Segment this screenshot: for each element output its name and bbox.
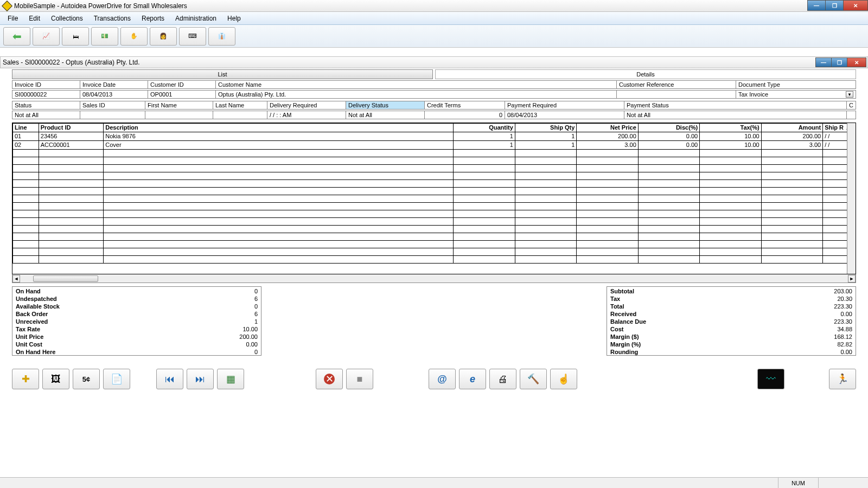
- staff-button[interactable]: 👔: [208, 27, 235, 46]
- page-icon: 📄: [111, 373, 123, 385]
- col-product-id[interactable]: Product ID: [39, 124, 103, 132]
- table-row-empty[interactable]: [13, 248, 856, 256]
- field-document-type[interactable]: Tax Invoice ▼: [736, 91, 856, 99]
- col-line[interactable]: Line: [13, 124, 39, 132]
- table-row-empty[interactable]: [13, 218, 856, 226]
- child-minimize-button[interactable]: —: [815, 57, 832, 67]
- print-button[interactable]: 🖨: [489, 369, 516, 389]
- next-record-button[interactable]: ⏭: [187, 369, 214, 389]
- col-net-price[interactable]: Net Price: [577, 124, 638, 132]
- col-disc[interactable]: Disc(%): [638, 124, 699, 132]
- menubar: File Edit Collections Transactions Repor…: [0, 12, 868, 25]
- field-customer-name[interactable]: Optus (Australia) Pty. Ltd.: [216, 91, 617, 99]
- table-row-empty[interactable]: [13, 165, 856, 172]
- table-row-empty[interactable]: [13, 233, 856, 241]
- table-row[interactable]: 02ACC00001Cover 113.00 0.0010.003.00/ /: [13, 141, 856, 150]
- tab-details[interactable]: Details: [435, 69, 856, 79]
- child-close-button[interactable]: ✕: [847, 57, 866, 67]
- hand-tool-button[interactable]: ☝: [550, 369, 577, 389]
- printer-icon: 🖨: [498, 374, 508, 385]
- menu-transactions[interactable]: Transactions: [88, 12, 136, 24]
- col-ship-qty[interactable]: Ship Qty: [515, 124, 576, 132]
- field-delivery-required[interactable]: / / : : AM: [267, 111, 346, 119]
- table-row-empty[interactable]: [13, 210, 856, 218]
- col-quantity[interactable]: Quantity: [454, 124, 515, 132]
- line-items-table: Line Product ID Description Quantity Shi…: [12, 123, 856, 264]
- table-row-empty[interactable]: [13, 180, 856, 188]
- field-delivery-status[interactable]: Not at All: [346, 111, 425, 119]
- minimize-button[interactable]: —: [807, 0, 826, 11]
- summary-line: Available Stock0: [16, 303, 258, 311]
- col-tax[interactable]: Tax(%): [700, 124, 761, 132]
- email-button[interactable]: @: [429, 369, 456, 389]
- label-sales-id: Sales ID: [80, 101, 145, 110]
- hand-button[interactable]: ✋: [120, 27, 148, 46]
- table-row-empty[interactable]: [13, 157, 856, 165]
- field-payment-required[interactable]: 08/04/2013: [505, 111, 624, 119]
- field-first-name[interactable]: [145, 111, 213, 119]
- image-button[interactable]: 🖼: [42, 369, 69, 389]
- scroll-right-icon[interactable]: ►: [848, 275, 856, 282]
- table-row-empty[interactable]: [13, 256, 856, 264]
- cancel-button[interactable]: ✕: [316, 369, 343, 389]
- table-row-empty[interactable]: [13, 172, 856, 180]
- menu-help[interactable]: Help: [222, 12, 246, 24]
- add-record-button[interactable]: ▦: [217, 369, 244, 389]
- field-sales-id[interactable]: [80, 111, 145, 119]
- menu-edit[interactable]: Edit: [23, 12, 46, 24]
- view-tabs: List Details: [12, 69, 856, 79]
- summary-line: Undespatched6: [16, 296, 258, 303]
- table-row[interactable]: 0123456Nokia 9876 11200.00 0.0010.00200.…: [13, 132, 856, 141]
- field-c[interactable]: [847, 111, 856, 119]
- stop-icon: ■: [357, 374, 363, 385]
- back-button[interactable]: ⬅: [3, 27, 30, 46]
- field-status[interactable]: Not at All: [12, 111, 80, 119]
- menu-administration[interactable]: Administration: [170, 12, 222, 24]
- col-description[interactable]: Description: [104, 124, 454, 132]
- field-credit-terms[interactable]: 0: [425, 111, 505, 119]
- menu-collections[interactable]: Collections: [46, 12, 88, 24]
- field-payment-status[interactable]: Not at All: [624, 111, 847, 119]
- grid-vertical-scrollbar[interactable]: [847, 123, 856, 274]
- tab-list[interactable]: List: [12, 69, 433, 79]
- terminal-button[interactable]: 〰: [757, 369, 784, 389]
- person-button[interactable]: 👩: [150, 27, 177, 46]
- field-customer-id[interactable]: OP0001: [148, 91, 216, 99]
- close-button[interactable]: ✕: [843, 0, 868, 11]
- table-row-empty[interactable]: [13, 226, 856, 233]
- tools-button[interactable]: 🔨: [520, 369, 547, 389]
- table-row-empty[interactable]: [13, 241, 856, 248]
- document-button[interactable]: 📄: [103, 369, 130, 389]
- field-customer-reference[interactable]: [617, 91, 736, 99]
- child-restore-button[interactable]: ❐: [831, 57, 847, 67]
- summary-line: Unit Price200.00: [16, 333, 258, 341]
- menu-file[interactable]: File: [2, 12, 23, 24]
- maximize-button[interactable]: ❐: [825, 0, 844, 11]
- table-row-empty[interactable]: [13, 203, 856, 210]
- col-amount[interactable]: Amount: [761, 124, 822, 132]
- first-record-button[interactable]: ⏮: [156, 369, 183, 389]
- field-invoice-date[interactable]: 08/04/2013: [80, 91, 148, 99]
- price-button[interactable]: 5¢: [73, 369, 100, 389]
- summary-line: Rounding0.00: [610, 349, 852, 356]
- field-last-name[interactable]: [213, 111, 267, 119]
- grid-horizontal-scrollbar[interactable]: ◄ ►: [12, 274, 856, 283]
- scroll-left-icon[interactable]: ◄: [12, 275, 20, 282]
- stop-button[interactable]: ■: [346, 369, 373, 389]
- field-invoice-id[interactable]: SI00000022: [12, 91, 80, 99]
- table-row-empty[interactable]: [13, 195, 856, 203]
- menu-reports[interactable]: Reports: [136, 12, 170, 24]
- scroll-thumb[interactable]: [33, 275, 98, 282]
- browser-button[interactable]: e: [459, 369, 486, 389]
- money-button[interactable]: 💵: [91, 27, 118, 46]
- exit-button[interactable]: 🏃: [829, 369, 856, 389]
- line-items-grid[interactable]: Line Product ID Description Quantity Shi…: [12, 123, 856, 274]
- document-type-dropdown-icon[interactable]: ▼: [846, 91, 853, 98]
- add-button[interactable]: ✚: [12, 369, 39, 389]
- table-row-empty[interactable]: [13, 188, 856, 195]
- keyboard-button[interactable]: ⌨: [179, 27, 206, 46]
- table-row-empty[interactable]: [13, 150, 856, 157]
- chart-icon: 📈: [42, 33, 50, 40]
- chart-button[interactable]: 📈: [33, 27, 60, 46]
- bed-button[interactable]: 🛏: [62, 27, 89, 46]
